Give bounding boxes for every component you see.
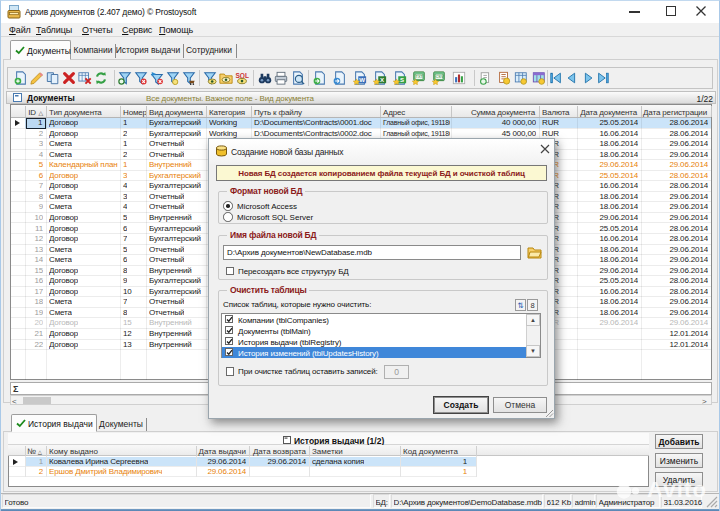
svg-text:W: W — [359, 76, 365, 83]
svg-text:CSV: CSV — [436, 74, 444, 79]
svg-text:Avito: Avito — [647, 477, 707, 502]
svg-text:TXT: TXT — [416, 74, 424, 79]
svg-text:S: S — [400, 76, 404, 83]
